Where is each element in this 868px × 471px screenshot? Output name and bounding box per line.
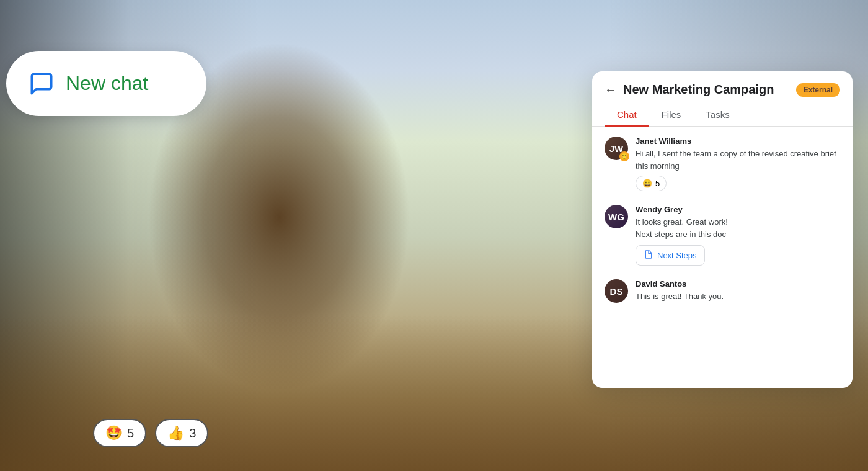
avatar-wendy: WG <box>604 205 628 228</box>
reaction-count-thumbs: 3 <box>189 426 196 441</box>
panel-header: ← New Marketing Campaign External <box>592 71 852 103</box>
reaction-count: 5 <box>655 179 660 188</box>
sender-janet: Janet Williams <box>636 137 840 146</box>
message-wendy: WG Wendy Grey It looks great. Great work… <box>604 205 840 266</box>
reaction-emoji-star: 🤩 <box>105 425 122 441</box>
avatar-janet: JW 😊 <box>604 137 628 160</box>
new-chat-bubble[interactable]: New chat <box>6 51 206 116</box>
sender-david: David Santos <box>636 279 840 289</box>
avatar-david: DS <box>604 279 628 303</box>
external-badge: External <box>796 83 840 97</box>
message-content-wendy: Wendy Grey It looks great. Great work!Ne… <box>636 205 840 266</box>
message-text-wendy: It looks great. Great work!Next steps ar… <box>636 216 840 240</box>
message-text-david: This is great! Thank you. <box>636 290 840 303</box>
reaction-pill-star[interactable]: 🤩 5 <box>93 419 146 447</box>
message-content-janet: Janet Williams Hi all, I sent the team a… <box>636 137 840 191</box>
chat-panel: ← New Marketing Campaign External Chat F… <box>592 71 852 388</box>
sender-wendy: Wendy Grey <box>636 205 840 214</box>
chat-icon <box>29 71 55 97</box>
tab-files[interactable]: Files <box>649 103 694 126</box>
doc-chip-label: Next Steps <box>657 251 697 260</box>
messages-area: JW 😊 Janet Williams Hi all, I sent the t… <box>592 127 852 388</box>
message-janet: JW 😊 Janet Williams Hi all, I sent the t… <box>604 137 840 191</box>
back-button[interactable]: ← <box>604 83 617 97</box>
doc-chip-next-steps[interactable]: Next Steps <box>636 245 705 266</box>
message-content-david: David Santos This is great! Thank you. <box>636 279 840 303</box>
tab-tasks[interactable]: Tasks <box>693 103 742 126</box>
doc-icon <box>644 249 653 261</box>
message-david: DS David Santos This is great! Thank you… <box>604 279 840 303</box>
reaction-chip-janet[interactable]: 😀 5 <box>636 176 666 191</box>
janet-status-emoji: 😊 <box>619 151 629 161</box>
reactions-container: 🤩 5 👍 3 <box>93 419 208 447</box>
message-text-janet: Hi all, I sent the team a copy of the re… <box>636 148 840 172</box>
reaction-emoji-thumbs: 👍 <box>167 425 184 441</box>
reaction-count-star: 5 <box>127 426 134 441</box>
panel-title: New Marketing Campaign <box>623 83 790 97</box>
new-chat-label: New chat <box>66 72 148 95</box>
reaction-emoji: 😀 <box>642 179 652 188</box>
reaction-pill-thumbs[interactable]: 👍 3 <box>155 419 208 447</box>
tab-chat[interactable]: Chat <box>604 103 649 126</box>
panel-tabs: Chat Files Tasks <box>592 103 852 127</box>
